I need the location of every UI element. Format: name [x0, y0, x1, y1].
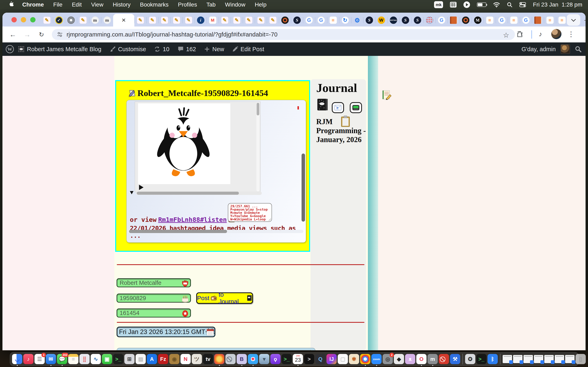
browser-tab[interactable]: S — [291, 14, 303, 26]
browser-tab[interactable]: G — [303, 14, 315, 26]
browser-tab[interactable]: ✎ — [146, 14, 158, 26]
browser-tab[interactable]: G — [520, 14, 532, 26]
dock-news-icon[interactable]: N — [181, 354, 191, 364]
dock-finder-icon[interactable]: ◡ — [12, 354, 22, 364]
forward-button[interactable]: → — [22, 29, 32, 40]
panel-vertical-scrollbar[interactable] — [302, 101, 305, 242]
back-button[interactable]: ← — [8, 29, 18, 40]
menu-item-profiles[interactable]: Profiles — [173, 1, 202, 8]
profile-avatar[interactable] — [551, 29, 562, 39]
browser-tab[interactable]: ✎ — [158, 14, 171, 26]
dock-reminders-icon[interactable]: ☰3 — [35, 354, 45, 364]
email-widget-button[interactable]: E — [332, 102, 344, 113]
dock-camsettings-icon[interactable]: ◎2 — [383, 354, 393, 364]
dock-monogram-icon[interactable]: m — [428, 354, 438, 364]
browser-tab[interactable]: S — [399, 14, 411, 26]
frame-horizontal-scrollbar[interactable] — [136, 192, 262, 195]
browser-tab[interactable]: ⚙ — [351, 14, 363, 26]
browser-tab[interactable]: G — [315, 14, 327, 26]
url-text[interactable]: rjmprogramming.com.au/ITblog/journal-has… — [67, 31, 277, 38]
name-input[interactable]: Robert Metcalfe — [117, 278, 191, 287]
browser-tab[interactable]: M — [207, 14, 219, 26]
browser-tab[interactable]: ✎ — [171, 14, 182, 26]
dock-filezilla-icon[interactable]: Fz — [158, 354, 168, 364]
menu-item-window[interactable]: Window — [220, 1, 250, 8]
playback-status-icon[interactable] — [463, 1, 470, 8]
browser-tab[interactable]: brit box — [387, 14, 399, 26]
browser-tab[interactable]: ≡ — [556, 14, 568, 26]
bookmark-star-icon[interactable]: ☆ — [503, 31, 509, 39]
site-settings-icon[interactable] — [56, 31, 63, 38]
dock-inkscape-icon[interactable]: ◆ — [394, 354, 404, 364]
minimized-window-preview[interactable] — [503, 355, 512, 363]
menu-clock[interactable]: Fri 23 Jan 1:28 pm — [533, 1, 582, 8]
dock-terminal2-icon[interactable]: >_ — [282, 354, 292, 364]
browser-tab[interactable]: ✎ — [267, 14, 279, 26]
dock-gimp-icon[interactable]: ツ — [192, 354, 202, 364]
dock-messages-icon[interactable]: 💬202 — [57, 354, 67, 364]
browser-tab[interactable]: W — [375, 14, 387, 26]
media-controls-icon[interactable]: ♪ — [535, 29, 545, 39]
tab-close-icon[interactable]: ✕ — [121, 17, 126, 24]
birthdate-input[interactable]: 19590829 — [117, 294, 191, 303]
dock-pages-icon[interactable]: ▢ — [338, 354, 348, 364]
dock-firefox-icon[interactable] — [214, 354, 224, 364]
birthtime-input[interactable]: 161454 — [117, 309, 191, 317]
dock-accessibility-icon[interactable]: ✪ — [465, 354, 475, 364]
panel-vscroll-thumb[interactable] — [302, 154, 305, 222]
browser-tab[interactable]: ✎ — [243, 14, 255, 26]
minimized-window-preview[interactable] — [544, 355, 554, 363]
frame-vscroll-thumb[interactable] — [257, 103, 259, 115]
sidebar-rjm[interactable]: RJM — [316, 117, 333, 126]
browser-tab[interactable]: ✓ — [53, 14, 65, 26]
browser-tab[interactable] — [448, 14, 459, 26]
minimized-window-preview[interactable] — [555, 355, 564, 363]
dock-appletv-icon[interactable]: tv — [203, 354, 213, 364]
notepad-pencil-icon[interactable] — [381, 90, 392, 100]
minimized-window-preview[interactable] — [534, 355, 543, 363]
panel-horizontal-scrollbar[interactable] — [128, 230, 303, 233]
browser-tab[interactable]: ≡ — [544, 14, 556, 26]
dock-iterm-icon[interactable]: > — [304, 354, 314, 364]
dock-terminal3-icon[interactable]: >_ — [476, 354, 486, 364]
dock-trash-icon[interactable]: ▯ — [576, 354, 586, 364]
window-grid-icon[interactable] — [450, 2, 457, 8]
datetime-field[interactable]: Fri Jan 23 2026 13:20:15 GMT+1100 (A — [117, 327, 215, 337]
wifi-icon[interactable] — [493, 2, 500, 7]
dock-opera-icon[interactable]: O — [416, 354, 426, 364]
play-button[interactable] — [139, 185, 144, 190]
browser-tab[interactable]: S — [363, 14, 375, 26]
dock-paint-icon[interactable]: ✾ — [349, 354, 359, 364]
minimized-window-preview[interactable] — [523, 355, 533, 363]
sidebar-programming[interactable]: Programming - — [316, 126, 366, 135]
frame-hscroll-thumb[interactable] — [137, 192, 239, 195]
dock-notes-icon[interactable]: ≡ — [68, 354, 78, 364]
dock-mail-icon[interactable]: ✉ — [46, 354, 56, 364]
browser-tab[interactable] — [279, 14, 291, 26]
window-zoom-button[interactable] — [30, 17, 35, 22]
browser-tab[interactable]: ✎ — [134, 14, 146, 26]
dock-xcode-icon[interactable]: ⚒ — [450, 354, 460, 364]
dock-cute-icon[interactable]: ᴥ — [405, 354, 415, 364]
dock-blocked-icon[interactable]: ⃠ — [225, 354, 236, 364]
adminbar-new[interactable]: New — [200, 42, 228, 56]
dock-textedit-icon[interactable]: ▤ — [136, 354, 146, 364]
dock-blocked2-icon[interactable]: ⃠ — [439, 354, 449, 364]
browser-tab[interactable]: ≡ — [327, 14, 339, 26]
dock-terminal-icon[interactable]: >_ — [113, 354, 123, 364]
browser-tab[interactable] — [459, 14, 472, 26]
dock-intellij-icon[interactable]: IJ — [327, 354, 337, 364]
post-to-journal-button[interactable]: Post to Journal — [196, 292, 253, 304]
browser-tab[interactable] — [532, 14, 544, 26]
browser-tab[interactable]: ✎ — [41, 14, 53, 26]
dock-chrome-icon[interactable] — [360, 354, 370, 364]
browser-tab[interactable]: ✎ — [182, 14, 195, 26]
wordpress-logo-icon[interactable]: W — [6, 45, 14, 53]
browser-tab[interactable] — [65, 14, 77, 26]
extensions-icon[interactable] — [515, 29, 525, 39]
media-keys-textarea[interactable]: 29/257.661 ...P=pause/play S=stopM=mute … — [228, 203, 272, 222]
minimized-window-preview[interactable] — [565, 355, 575, 363]
adminbar-edit-post[interactable]: Edit Post — [228, 42, 268, 56]
browser-tab[interactable]: ✎ — [231, 14, 243, 26]
pager-widget-button[interactable] — [350, 102, 362, 113]
